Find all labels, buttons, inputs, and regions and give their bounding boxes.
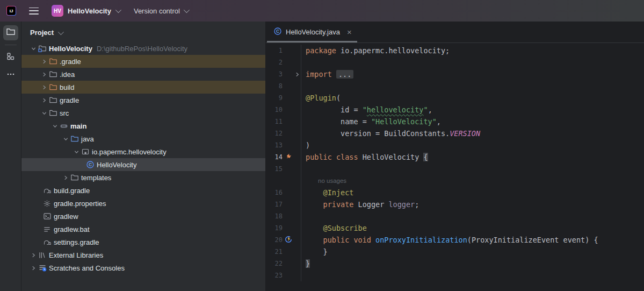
svg-text:C: C	[89, 162, 92, 167]
tree-item-main[interactable]: main	[21, 119, 265, 132]
line-number: 23	[266, 272, 284, 279]
code-text: public void onProxyInitialization(ProxyI…	[301, 236, 598, 244]
gutter: 2	[266, 56, 301, 68]
folder-excluded-icon	[49, 57, 60, 66]
gutter: 12	[266, 127, 301, 139]
gutter: 8	[266, 80, 301, 92]
chevron-right-icon[interactable]	[40, 85, 49, 90]
tree-item-build-gradle[interactable]: build.gradle	[21, 184, 265, 197]
main-menu-icon[interactable]	[29, 8, 39, 15]
gutter: 3	[266, 68, 301, 80]
code-token: "HelloVelocity"	[371, 117, 437, 126]
vcs-widget[interactable]: Version control	[134, 7, 188, 15]
tree-item-gradle-properties[interactable]: gradle.properties	[21, 197, 265, 210]
gear-icon	[43, 200, 54, 208]
tree-item-io-papermc-hellovelocity[interactable]: io.papermc.hellovelocity	[21, 145, 265, 158]
tree-item-label: Scratches and Consoles	[49, 264, 125, 272]
chevron-right-icon[interactable]	[29, 253, 38, 258]
subscribe-gutter-icon[interactable]	[285, 236, 292, 245]
code-token: public	[323, 236, 350, 244]
editor-area: C HelloVelocity.java × 1package io.paper…	[266, 22, 644, 291]
tree-item-label: io.papermc.hellovelocity	[92, 148, 167, 156]
plugin-gutter-icon[interactable]	[285, 153, 292, 161]
line-number: 18	[266, 212, 284, 220]
chevron-right-icon[interactable]	[29, 266, 38, 271]
editor-tab-hellovelocity[interactable]: C HelloVelocity.java ×	[266, 22, 358, 42]
fold-icon[interactable]	[295, 70, 300, 79]
line-number: 16	[266, 189, 284, 196]
tree-item-build[interactable]: build	[21, 81, 265, 94]
code-line-19: 19 @Subscribe	[266, 222, 644, 234]
line-number: 14	[266, 153, 284, 161]
more-icon	[6, 70, 15, 81]
code-line-18: 18	[266, 210, 644, 222]
tree-item-scratches-and-consoles[interactable]: Scratches and Consoles	[21, 261, 265, 274]
tree-item-hellovelocity[interactable]: CHelloVelocity	[21, 158, 265, 171]
close-icon[interactable]: ×	[347, 28, 352, 36]
tree-item-label: gradlew.bat	[54, 225, 90, 233]
tree-item-settings-gradle[interactable]: settings.gradle	[21, 236, 265, 249]
line-number: 13	[266, 141, 284, 149]
code-token	[332, 153, 336, 161]
editor-tab-label: HelloVelocity.java	[286, 28, 340, 36]
tree-item-gradlew-bat[interactable]: gradlew.bat	[21, 223, 265, 236]
chevron-right-icon[interactable]	[40, 98, 49, 103]
usages-hint[interactable]: no usages	[301, 178, 346, 184]
tree-item--gradle[interactable]: .gradle	[21, 55, 265, 68]
inlay-hint: no usages	[266, 175, 644, 187]
chevron-down-icon[interactable]	[61, 137, 70, 141]
chevron-right-icon[interactable]	[40, 72, 49, 77]
tree-item-java[interactable]: java	[21, 132, 265, 145]
line-number: 10	[266, 106, 284, 113]
gutter: 16	[266, 187, 301, 198]
gutter: 20	[266, 234, 301, 246]
chevron-down-icon[interactable]	[72, 150, 81, 154]
code-token: io.papermc.hellovelocity;	[336, 46, 450, 55]
code-token: package	[306, 46, 336, 55]
code-line-15: 15	[266, 163, 644, 175]
code-line-21: 21 }	[266, 246, 644, 258]
tree-item-external-libraries[interactable]: External Libraries	[21, 249, 265, 261]
folder-icon	[49, 96, 60, 104]
project-folder-icon	[38, 44, 49, 53]
gutter: 22	[266, 258, 301, 269]
project-widget[interactable]: HV HelloVelocity	[52, 5, 120, 17]
folder-excluded-icon	[49, 83, 60, 91]
code-token: id =	[306, 105, 363, 114]
chevron-right-icon[interactable]	[40, 59, 49, 64]
chevron-right-icon[interactable]	[61, 175, 70, 180]
tree-item--idea[interactable]: .idea	[21, 68, 265, 81]
tree-item-label: java	[81, 135, 94, 143]
code-text: )	[301, 141, 310, 150]
project-view-selector[interactable]: Project	[21, 22, 265, 42]
folder-icon	[49, 70, 60, 79]
tree-item-gradlew[interactable]: gradlew	[21, 210, 265, 223]
intellij-logo-icon: IJ	[6, 6, 16, 16]
chevron-down-icon[interactable]	[40, 111, 49, 116]
tree-item-hellovelocity[interactable]: HelloVelocityD:\githubRePos\HelloVelocit…	[21, 42, 265, 55]
code-line-20: 20 public void onProxyInitialization(Pro…	[266, 234, 644, 246]
code-text: private Logger logger;	[301, 200, 419, 209]
code-line-23: 23	[266, 269, 644, 281]
chevron-down-icon[interactable]	[29, 46, 38, 51]
code-token: name =	[306, 117, 371, 126]
code-line-16: 16 @Inject	[266, 187, 644, 198]
chevron-down-icon[interactable]	[50, 124, 60, 129]
tree-item-label: HelloVelocity	[49, 45, 92, 53]
code-text: @Subscribe	[301, 224, 367, 232]
code-token: "	[363, 105, 367, 114]
tree-item-gradle[interactable]: gradle	[21, 94, 265, 107]
tree-item-label: build	[60, 83, 74, 91]
code-editor[interactable]: 1package io.papermc.hellovelocity;23impo…	[266, 43, 644, 291]
tool-modules-button[interactable]	[3, 49, 18, 65]
code-line-3: 3import ...	[266, 68, 644, 80]
code-text: public class HelloVelocity {	[301, 153, 428, 161]
line-number: 22	[266, 260, 284, 267]
code-line-10: 10 id = "hellovelocity",	[266, 104, 644, 116]
tool-project-button[interactable]	[3, 25, 18, 40]
tree-item-src[interactable]: src	[21, 107, 265, 119]
tree-item-templates[interactable]: templates	[21, 171, 265, 184]
sourceset-icon	[60, 122, 70, 130]
tool-more-button[interactable]	[3, 68, 18, 83]
code-line-8: 8	[266, 80, 644, 92]
